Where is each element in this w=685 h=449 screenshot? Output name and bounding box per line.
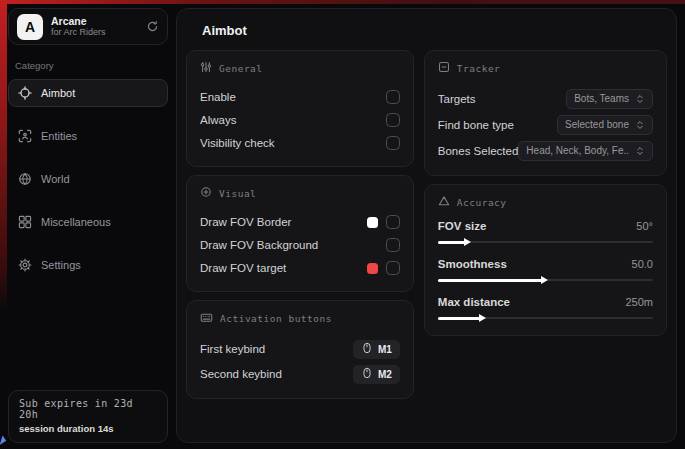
row-bones-selected: Bones Selected Head, Neck, Body, Fe.. [438,138,653,163]
row-label: Targets [438,93,476,105]
boxes-icon [18,215,32,229]
card-visual-title: Visual [200,186,400,200]
row-label: Draw FOV target [200,262,286,274]
card-tracker: Tracker Targets Bots, Teams Find bone [424,50,667,176]
smoothness-group: Smoothness 50.0 [438,258,653,285]
row-label: Always [200,114,236,126]
slider-value: 50° [636,220,653,232]
max-distance-slider[interactable] [438,313,653,323]
refresh-icon[interactable] [146,20,159,33]
slider-fill [438,241,466,244]
keybind-label: M1 [378,344,392,355]
slider-value: 50.0 [632,258,653,270]
backdrop-red-strip-left [0,0,7,312]
tracker-box-icon [438,61,450,75]
row-label: Second keybind [200,368,282,380]
triangle-icon [438,195,450,209]
row-visibility-check: Visibility check [200,132,400,154]
sidebar-item-miscellaneous[interactable]: Miscellaneous [8,208,168,236]
slider-thumb[interactable] [464,238,471,246]
sidebar-item-entities[interactable]: Entities [8,122,168,150]
brand-text: Arcane for Arc Riders [51,15,138,37]
card-accuracy-title: Accuracy [438,195,653,209]
enable-checkbox[interactable] [386,90,400,104]
dropdown-value: Bots, Teams [574,93,629,104]
backdrop-red-strip-top [0,0,685,4]
find-bone-type-dropdown[interactable]: Selected bone [557,115,653,135]
row-label: Enable [200,91,236,103]
slider-fill [438,317,481,320]
brand-header: A Arcane for Arc Riders [8,8,168,45]
slider-label: FOV size [438,220,487,232]
row-label: Find bone type [438,119,514,131]
row-draw-fov-target: Draw FOV target [200,257,400,279]
row-find-bone-type: Find bone type Selected bone [438,112,653,137]
unfold-icon [635,116,645,134]
slider-thumb[interactable] [541,276,548,284]
sidebar-item-aimbot[interactable]: Aimbot [8,79,168,107]
smoothness-slider[interactable] [438,275,653,285]
draw-fov-target-checkbox[interactable] [386,261,400,275]
mouse-icon [361,365,373,383]
sidebar-item-label: Entities [41,130,77,142]
slider-thumb[interactable] [479,314,486,322]
brand-subtitle: for Arc Riders [51,27,138,37]
focus-icon [200,186,212,200]
row-enable: Enable [200,86,400,108]
dropdown-value: Head, Neck, Body, Fe.. [526,145,629,156]
row-label: Draw FOV Background [200,239,318,251]
row-first-keybind: First keybind M1 [200,337,400,361]
max-distance-group: Max distance 250m [438,296,653,323]
fov-target-color-swatch[interactable] [367,263,378,274]
bones-selected-dropdown[interactable]: Head, Neck, Body, Fe.. [518,141,653,161]
sidebar-item-label: Settings [41,259,81,271]
fov-size-slider[interactable] [438,237,653,247]
sub-expires-text: Sub expires in 23d 20h [19,398,157,420]
slider-value: 250m [625,296,653,308]
row-label: Visibility check [200,137,275,149]
row-label: First keybind [200,343,265,355]
sidebar-item-world[interactable]: World [8,165,168,193]
first-keybind-button[interactable]: M1 [353,340,400,359]
row-label: Bones Selected [438,145,519,157]
brand-title: Arcane [51,15,138,27]
sidebar-item-settings[interactable]: Settings [8,251,168,279]
row-second-keybind: Second keybind M2 [200,362,400,386]
card-accuracy: Accuracy FOV size 50° Smoothness [424,184,667,336]
main-panel: Aimbot General Enable Always [176,8,677,443]
dropdown-value: Selected bone [565,119,629,130]
unfold-icon [635,142,645,160]
sliders-icon [200,61,212,75]
sidebar-item-label: Miscellaneous [41,216,111,228]
fov-size-group: FOV size 50° [438,220,653,247]
crosshair-icon [18,86,32,100]
slider-fill [438,279,543,282]
sidebar-item-label: World [41,173,70,185]
scan-icon [18,129,32,143]
keybind-label: M2 [378,369,392,380]
globe-icon [18,172,32,186]
row-draw-fov-background: Draw FOV Background [200,234,400,256]
visibility-check-checkbox[interactable] [386,136,400,150]
draw-fov-background-checkbox[interactable] [386,238,400,252]
card-visual: Visual Draw FOV Border Draw FOV Backgrou… [186,175,414,292]
sidebar: A Arcane for Arc Riders Category Aimbot … [8,8,168,443]
category-label: Category [15,60,168,71]
subscription-box: Sub expires in 23d 20h session duration … [8,390,168,443]
card-activation-buttons: Activation buttons First keybind M1 S [186,300,414,399]
sidebar-item-label: Aimbot [41,87,75,99]
brand-logo: A [17,14,43,40]
game-cursor [0,435,7,446]
fov-border-color-swatch[interactable] [367,217,378,228]
keyboard-icon [200,311,213,326]
second-keybind-button[interactable]: M2 [353,365,400,384]
always-checkbox[interactable] [386,113,400,127]
card-general-title: General [200,61,400,75]
gear-icon [18,258,32,272]
targets-dropdown[interactable]: Bots, Teams [566,89,653,109]
slider-label: Max distance [438,296,510,308]
unfold-icon [635,90,645,108]
row-always: Always [200,109,400,131]
card-tracker-title: Tracker [438,61,653,75]
draw-fov-border-checkbox[interactable] [386,215,400,229]
